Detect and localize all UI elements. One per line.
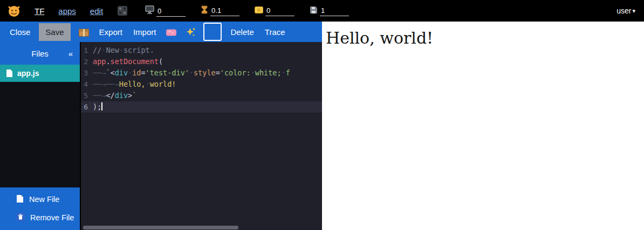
- hourglass-icon: [201, 5, 208, 16]
- files-header-label: Files: [31, 49, 49, 58]
- code-line-text: ──→</div>`: [93, 90, 322, 101]
- horizontal-scrollbar[interactable]: [82, 225, 321, 230]
- code-line-text: );: [93, 101, 322, 113]
- caret-down-icon: ▾: [632, 8, 635, 15]
- import-button[interactable]: Import: [131, 26, 159, 38]
- user-menu[interactable]: user ▾: [616, 6, 635, 15]
- indicator-money: 0: [255, 6, 294, 16]
- line-number: 2: [81, 56, 93, 67]
- editor-lines: 1//·New·script.2app.setDocument(3──→`<di…: [81, 45, 322, 113]
- monitor-value-field[interactable]: 0: [156, 8, 186, 17]
- money-icon: [255, 6, 263, 16]
- topbar: TF apps edit 0: [0, 0, 644, 22]
- code-line[interactable]: 6);: [81, 101, 322, 113]
- control-panel-icon[interactable]: [117, 5, 128, 16]
- line-number: 6: [81, 101, 93, 113]
- text-cursor: [101, 102, 102, 110]
- new-file-icon: [16, 194, 24, 205]
- close-button[interactable]: Close: [8, 26, 32, 38]
- file-name: app.js: [17, 69, 39, 78]
- code-line-text: ──→──→Hello,·world!: [93, 79, 322, 90]
- output-text: Hello, world!: [322, 22, 644, 47]
- code-line-text: ──→`<div·id='test-div'·style='color:·whi…: [93, 67, 322, 79]
- sidebar-body: [0, 82, 80, 187]
- file-list: app.js: [0, 65, 80, 82]
- files-header: Files «: [0, 42, 80, 65]
- nav-link-apps[interactable]: apps: [58, 6, 76, 16]
- code-line[interactable]: 3──→`<div·id='test-div'·style='color:·wh…: [81, 67, 322, 79]
- editor-toolbar: Close Save Export Import: [0, 22, 322, 42]
- code-line[interactable]: 2app.setDocument(: [81, 56, 322, 67]
- package-icon[interactable]: [77, 26, 91, 38]
- delete-button[interactable]: Delete: [228, 26, 256, 38]
- sparkles-icon[interactable]: [184, 26, 197, 38]
- save-button[interactable]: Save: [39, 23, 70, 41]
- indicator-time: 0.1: [201, 5, 239, 16]
- time-value-field[interactable]: 0.1: [210, 7, 239, 16]
- line-number: 3: [81, 67, 93, 79]
- line-number: 4: [81, 79, 93, 90]
- floppy-disk-icon: [310, 6, 318, 16]
- code-line[interactable]: 1//·New·script.: [81, 45, 322, 56]
- line-number: 1: [81, 45, 93, 56]
- indicator-saves: 1: [310, 6, 349, 16]
- export-button[interactable]: Export: [97, 26, 125, 38]
- file-item[interactable]: app.js: [0, 65, 80, 82]
- remove-file-icon: [16, 213, 25, 223]
- empty-box-button[interactable]: [203, 23, 222, 41]
- output-preview: Hello, world!: [322, 22, 644, 230]
- soap-icon[interactable]: [165, 26, 178, 38]
- new-file-button[interactable]: New File: [0, 190, 80, 208]
- line-number: 5: [81, 90, 93, 101]
- indicator-monitor: 0: [145, 5, 186, 17]
- workspace: Close Save Export Import: [0, 22, 644, 230]
- nav-link-edit[interactable]: edit: [90, 6, 103, 16]
- remove-file-button[interactable]: Remove File: [0, 208, 80, 227]
- files-sidebar: Files « app.js N: [0, 42, 81, 230]
- new-file-label: New File: [29, 195, 59, 204]
- editor-main: Files « app.js N: [0, 42, 322, 230]
- code-line-text: app.setDocument(: [93, 56, 322, 67]
- app-root: TF apps edit 0: [0, 0, 644, 230]
- saves-value-field[interactable]: 1: [320, 7, 349, 16]
- file-icon: [6, 69, 12, 77]
- status-indicators: 0 0.1 0: [145, 5, 349, 17]
- trace-button[interactable]: Trace: [263, 26, 287, 38]
- user-menu-label: user: [616, 6, 631, 15]
- sidebar-actions: New File Remove File: [0, 187, 80, 230]
- monitor-icon: [145, 5, 154, 17]
- nav-link-tf[interactable]: TF: [35, 6, 44, 16]
- code-line[interactable]: 4──→──→Hello,·world!: [81, 79, 322, 90]
- collapse-sidebar-button[interactable]: «: [68, 49, 73, 58]
- money-value-field[interactable]: 0: [265, 7, 294, 16]
- scrollbar-thumb[interactable]: [83, 226, 238, 229]
- code-line-text: //·New·script.: [93, 45, 322, 56]
- smiley-devil-icon[interactable]: [8, 4, 20, 17]
- code-editor[interactable]: 1//·New·script.2app.setDocument(3──→`<di…: [81, 42, 322, 230]
- code-line[interactable]: 5──→</div>`: [81, 90, 322, 101]
- remove-file-label: Remove File: [30, 213, 74, 222]
- editor-pane: Close Save Export Import: [0, 22, 322, 230]
